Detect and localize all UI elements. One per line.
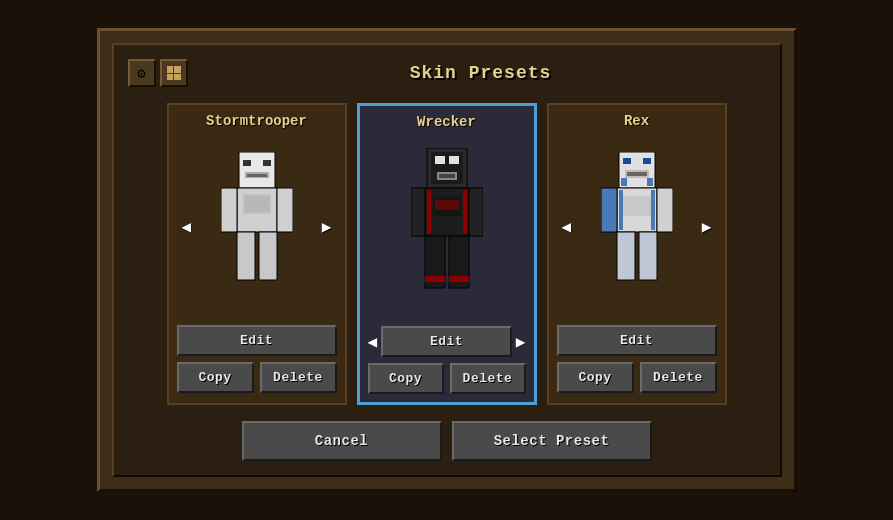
svg-rect-10 [237,232,255,280]
stormtrooper-next-arrow[interactable]: ▶ [322,217,332,237]
wrecker-skin [411,148,483,308]
svg-rect-39 [651,190,655,230]
wrecker-delete-button[interactable]: Delete [450,363,526,394]
svg-rect-23 [411,188,425,236]
grid-button[interactable] [160,59,188,87]
rex-next-arrow[interactable]: ▶ [702,217,712,237]
dialog-inner: ⚙ Skin Presets Stormtrooper ◀ [112,43,782,477]
rex-prev-arrow[interactable]: ◀ [562,217,572,237]
wrecker-edit-next-arrow[interactable]: ▶ [516,332,526,352]
rex-btn-row: Copy Delete [557,362,717,393]
rex-skin [601,152,673,302]
svg-rect-0 [239,152,275,188]
grid-icon [167,66,181,80]
svg-rect-35 [621,178,627,186]
rex-delete-button[interactable]: Delete [640,362,717,393]
svg-rect-34 [627,172,647,176]
svg-rect-42 [657,188,673,232]
svg-rect-14 [435,156,445,164]
title-icons: ⚙ [128,59,188,87]
svg-rect-41 [601,188,617,232]
wrecker-copy-button[interactable]: Copy [368,363,444,394]
stormtrooper-name: Stormtrooper [206,113,307,129]
stormtrooper-viewport: ◀ [192,137,322,317]
stormtrooper-btn-row: Copy Delete [177,362,337,393]
skin-presets-dialog: ⚙ Skin Presets Stormtrooper ◀ [97,28,797,492]
svg-rect-44 [639,232,657,280]
stormtrooper-buttons: Edit Copy Delete [177,325,337,393]
stormtrooper-prev-arrow[interactable]: ◀ [182,217,192,237]
stormtrooper-skin [221,152,293,302]
svg-rect-26 [425,276,445,282]
rex-buttons: Edit Copy Delete [557,325,717,393]
skin-card-rex: Rex ◀ [547,103,727,405]
svg-rect-15 [449,156,459,164]
svg-rect-1 [243,160,251,166]
cancel-button[interactable]: Cancel [242,421,442,461]
svg-rect-40 [623,196,651,216]
title-bar: ⚙ Skin Presets [128,59,766,87]
skin-card-wrecker: Wrecker [357,103,537,405]
skin-card-stormtrooper: Stormtrooper ◀ [167,103,347,405]
rex-edit-button[interactable]: Edit [557,325,717,356]
wrecker-buttons: ◀ Edit ▶ Copy Delete [368,326,526,394]
select-preset-button[interactable]: Select Preset [452,421,652,461]
rex-viewport: ◀ [572,137,702,317]
svg-rect-8 [221,188,237,232]
svg-rect-36 [647,178,653,186]
wrecker-edit-button[interactable]: Edit [381,326,512,357]
stormtrooper-edit-button[interactable]: Edit [177,325,337,356]
wrecker-edit-row: ◀ Edit ▶ [368,326,526,357]
wrecker-btn-row: Copy Delete [368,363,526,394]
stormtrooper-copy-button[interactable]: Copy [177,362,254,393]
svg-rect-2 [263,160,271,166]
bottom-bar: Cancel Select Preset [128,421,766,461]
rex-name: Rex [624,113,649,129]
rex-copy-button[interactable]: Copy [557,362,634,393]
gear-icon: ⚙ [137,65,145,82]
svg-rect-17 [439,174,455,178]
svg-rect-31 [623,158,631,164]
svg-rect-32 [643,158,651,164]
skins-container: Stormtrooper ◀ [128,103,766,405]
gear-button[interactable]: ⚙ [128,59,156,87]
svg-rect-9 [277,188,293,232]
svg-rect-20 [463,190,467,234]
svg-rect-7 [245,196,269,212]
wrecker-viewport [382,138,512,318]
svg-rect-4 [247,174,267,177]
svg-rect-19 [427,190,431,234]
svg-rect-11 [259,232,277,280]
svg-rect-28 [449,276,469,282]
svg-rect-38 [619,190,623,230]
svg-rect-43 [617,232,635,280]
wrecker-edit-prev-arrow[interactable]: ◀ [368,332,378,352]
stormtrooper-delete-button[interactable]: Delete [260,362,337,393]
dialog-title: Skin Presets [196,63,766,83]
wrecker-name: Wrecker [417,114,476,130]
svg-rect-22 [435,200,459,210]
svg-rect-24 [469,188,483,236]
